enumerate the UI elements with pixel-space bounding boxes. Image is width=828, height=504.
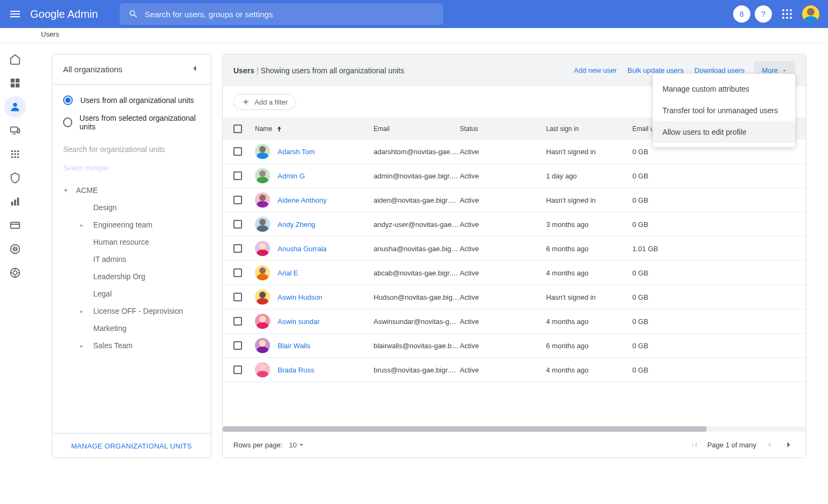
row-checkbox[interactable] — [233, 196, 242, 204]
ou-search-input[interactable] — [63, 142, 200, 157]
ou-item[interactable]: ▸Engineering team — [63, 216, 200, 233]
logo[interactable]: Google Admin — [30, 8, 98, 20]
dropdown-item-transfer-tool[interactable]: Transfer tool for unmanaged users — [653, 100, 795, 121]
first-page-button[interactable] — [688, 438, 701, 451]
ou-item[interactable]: Human resource — [63, 233, 200, 251]
user-name-link[interactable]: Blair Walls — [278, 342, 310, 350]
select-multiple-link[interactable]: Select multiple — [52, 162, 211, 177]
plus-icon — [242, 98, 250, 106]
user-email: Aswinsundar@novitas-gae.... — [374, 317, 460, 326]
ou-item[interactable]: Marketing — [63, 320, 200, 337]
search-bar[interactable] — [120, 3, 443, 25]
nav-account[interactable] — [4, 238, 26, 260]
user-usage: 0 GB — [632, 172, 779, 180]
table-row[interactable]: Arial E abcab@novitas-gae.bigr.na... Act… — [223, 261, 806, 285]
table-row[interactable]: Andy Zheng andyz-user@novitas-gae.bi... … — [223, 212, 806, 237]
table-row[interactable]: Aidene Anthony aiden@novitas-gae.bigr.na… — [223, 188, 806, 212]
user-name-link[interactable]: Admin G — [278, 172, 305, 180]
user-status: Active — [460, 196, 546, 204]
row-checkbox[interactable] — [233, 244, 242, 253]
ou-item[interactable]: IT admins — [63, 251, 200, 268]
ou-item[interactable]: ▸Sales Team — [63, 337, 200, 354]
svg-point-31 — [13, 271, 17, 274]
user-name-link[interactable]: Brada Russ — [278, 366, 314, 374]
prev-page-button[interactable] — [763, 438, 776, 451]
row-checkbox[interactable] — [233, 341, 242, 350]
row-checkbox[interactable] — [233, 317, 242, 326]
apps-icon[interactable] — [781, 8, 794, 20]
ou-item[interactable]: Design — [63, 199, 200, 216]
user-usage: 0 GB — [632, 317, 779, 326]
radio-all-units[interactable]: Users from all organizational units — [63, 91, 200, 109]
svg-point-20 — [14, 153, 16, 155]
collapse-sidebar-icon[interactable] — [189, 63, 200, 75]
table-row[interactable]: Brada Russ bruss@novitas-gae.bigr.na... … — [223, 358, 806, 382]
svg-rect-14 — [11, 127, 18, 132]
select-all-checkbox[interactable] — [233, 125, 242, 133]
table-row[interactable]: Anusha Gurrala anusha@novitas-gae.bigr.n… — [223, 237, 806, 261]
user-avatar — [255, 362, 270, 377]
menu-icon[interactable] — [9, 8, 22, 20]
col-header-signin[interactable]: Last sign in — [546, 125, 632, 133]
user-signin: Hasn't signed in — [546, 196, 632, 204]
table-row[interactable]: Admin G admin@novitas-gae.bigr.na... Act… — [223, 164, 806, 188]
col-header-name[interactable]: Name — [255, 125, 374, 133]
col-header-email[interactable]: Email — [374, 125, 460, 133]
sidebar-title: All organizations — [63, 65, 122, 74]
next-page-button[interactable] — [782, 438, 795, 451]
row-checkbox[interactable] — [233, 293, 242, 301]
download-users-link[interactable]: Download users — [694, 66, 744, 74]
row-checkbox[interactable] — [233, 171, 242, 180]
nav-rules[interactable] — [4, 262, 26, 284]
dropdown-item-edit-profile[interactable]: Allow users to edit profile — [653, 121, 795, 143]
user-name-link[interactable]: Aidene Anthony — [278, 196, 327, 204]
manage-ou-button[interactable]: MANAGE ORGANIZATIONAL UNITS — [71, 442, 192, 450]
sort-asc-icon — [275, 125, 283, 133]
user-avatar — [255, 168, 270, 183]
nav-devices[interactable] — [4, 120, 26, 141]
add-user-link[interactable]: Add new user — [574, 66, 617, 74]
table-row[interactable]: Aswin sundar Aswinsundar@novitas-gae....… — [223, 309, 806, 334]
nav-dashboard[interactable] — [4, 72, 26, 94]
user-usage: 0 GB — [632, 220, 779, 229]
horizontal-scrollbar[interactable] — [223, 426, 806, 432]
user-avatar — [255, 217, 270, 232]
user-name-link[interactable]: Arial E — [278, 269, 298, 277]
dropdown-item-custom-attrs[interactable]: Manage custom attributes — [653, 78, 795, 100]
ou-root[interactable]: ▼ACME — [63, 182, 200, 199]
ou-item[interactable]: Leadership Org — [63, 268, 200, 285]
help-icon[interactable]: ? — [755, 5, 772, 23]
row-checkbox[interactable] — [233, 147, 242, 156]
user-name-link[interactable]: Anusha Gurrala — [278, 245, 327, 253]
table-row[interactable]: Blair Walls blairwalls@novitas-gae.bigr.… — [223, 334, 806, 358]
row-checkbox[interactable] — [233, 268, 242, 277]
nav-apps[interactable] — [4, 143, 26, 165]
add-filter-button[interactable]: Add a filter — [233, 94, 296, 110]
radio-selected-units[interactable]: Users from selected organizational units — [63, 109, 200, 135]
nav-home[interactable] — [4, 49, 26, 70]
nav-users[interactable] — [4, 96, 26, 118]
nav-reports[interactable] — [4, 191, 26, 212]
user-status: Active — [460, 148, 546, 156]
user-status: Active — [460, 245, 546, 253]
row-checkbox[interactable] — [233, 220, 242, 229]
row-checkbox[interactable] — [233, 365, 242, 374]
user-name-link[interactable]: Adarsh Tom — [278, 148, 315, 156]
svg-point-7 — [786, 17, 788, 19]
user-name-link[interactable]: Aswin sundar — [278, 317, 320, 326]
rows-per-page-select[interactable]: 10 — [289, 440, 305, 449]
svg-point-13 — [13, 103, 17, 107]
ou-item[interactable]: Legal — [63, 285, 200, 302]
bulk-update-link[interactable]: Bulk update users — [627, 66, 684, 74]
header-badge[interactable]: 8 — [733, 5, 750, 23]
col-header-status[interactable]: Status — [460, 125, 546, 133]
table-row[interactable]: Aswin Hudson Hudson@novitas-gae.bigr.n..… — [223, 285, 806, 309]
nav-security[interactable] — [4, 167, 26, 189]
ou-item[interactable]: ▸License OFF - Deprovision — [63, 302, 200, 320]
user-name-link[interactable]: Aswin Hudson — [278, 293, 322, 301]
account-avatar[interactable] — [802, 5, 819, 23]
user-name-link[interactable]: Andy Zheng — [278, 220, 315, 229]
nav-billing[interactable] — [4, 215, 26, 236]
search-input[interactable] — [145, 10, 434, 19]
svg-point-5 — [790, 13, 792, 15]
